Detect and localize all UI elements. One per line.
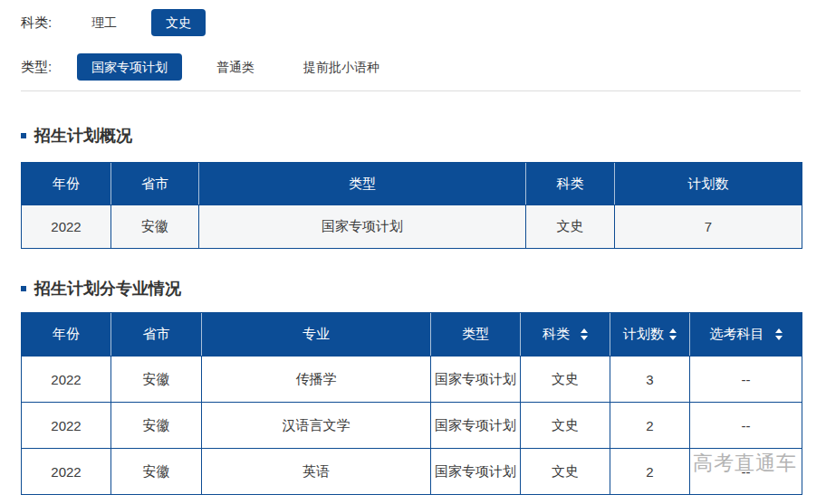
type-option-regular[interactable]: 普通类	[202, 53, 269, 81]
sort-icon	[775, 328, 783, 340]
cell-exam-subjects: --	[689, 448, 802, 494]
type-filter-options: 国家专项计划 普通类 提前批小语种	[77, 53, 394, 81]
cell-year: 2022	[22, 402, 110, 448]
cell-subject: 文史	[520, 356, 610, 402]
overview-header-plan-count: 计划数	[614, 163, 802, 204]
subject-option-liberal-arts[interactable]: 文史	[151, 9, 206, 36]
filter-row-subject: 科类: 理工 文史	[21, 8, 801, 37]
majors-header-province: 省市	[110, 313, 201, 356]
majors-header-row: 年份 省市 专业 类型 科类 计划数	[22, 313, 802, 356]
subject-option-science[interactable]: 理工	[77, 9, 131, 36]
overview-section-title: 招生计划概况	[21, 125, 801, 147]
majors-title-text: 招生计划分专业情况	[34, 278, 181, 300]
square-bullet-icon	[21, 133, 26, 138]
filter-row-type: 类型: 国家专项计划 普通类 提前批小语种	[21, 52, 801, 81]
cell-plan-count: 3	[610, 356, 689, 402]
subject-filter-label: 科类:	[21, 14, 77, 32]
majors-header-year: 年份	[22, 313, 110, 356]
cell-major: 汉语言文学	[201, 402, 430, 448]
cell-province: 安徽	[110, 448, 201, 494]
majors-header-exam-subjects-sort[interactable]: 选考科目	[689, 313, 802, 356]
cell-province: 安徽	[110, 402, 201, 448]
cell-plan-count: 2	[610, 402, 689, 448]
overview-header-type: 类型	[198, 163, 525, 204]
cell-exam-subjects: --	[689, 356, 802, 402]
cell-exam-subjects: --	[689, 402, 802, 448]
overview-cell-type: 国家专项计划	[198, 204, 525, 248]
overview-cell-year: 2022	[22, 204, 110, 248]
cell-plan-count: 2	[610, 448, 689, 494]
overview-cell-subject: 文史	[525, 204, 614, 248]
overview-title-text: 招生计划概况	[34, 125, 132, 147]
filter-divider	[21, 90, 801, 91]
majors-header-major: 专业	[201, 313, 430, 356]
sort-icon	[669, 328, 677, 340]
square-bullet-icon	[21, 286, 26, 291]
majors-header-plan-count-label: 计划数	[623, 326, 664, 343]
majors-header-subject-sort[interactable]: 科类	[520, 313, 610, 356]
majors-header-subject-label: 科类	[543, 326, 570, 343]
majors-header-exam-subjects-label: 选考科目	[710, 326, 764, 343]
type-filter-label: 类型:	[21, 59, 77, 76]
table-row: 2022 安徽 汉语言文学 国家专项计划 文史 2 --	[22, 402, 802, 448]
majors-header-plan-count-sort[interactable]: 计划数	[610, 313, 689, 356]
overview-header-year: 年份	[22, 163, 110, 204]
cell-major: 传播学	[201, 356, 430, 402]
cell-subject: 文史	[520, 402, 610, 448]
admission-plan-page: 科类: 理工 文史 类型: 国家专项计划 普通类 提前批小语种 招生计划概况 年…	[0, 0, 826, 495]
cell-subject: 文史	[520, 448, 610, 494]
overview-cell-province: 安徽	[110, 204, 198, 248]
table-row: 2022 安徽 传播学 国家专项计划 文史 3 --	[22, 356, 802, 402]
overview-header-subject: 科类	[525, 163, 614, 204]
cell-type: 国家专项计划	[430, 402, 520, 448]
table-row: 2022 安徽 国家专项计划 文史 7	[22, 204, 802, 248]
majors-header-type: 类型	[430, 313, 520, 356]
overview-header-row: 年份 省市 类型 科类 计划数	[22, 163, 802, 204]
table-row: 2022 安徽 英语 国家专项计划 文史 2 --	[22, 448, 802, 494]
majors-table: 年份 省市 专业 类型 科类 计划数	[21, 312, 802, 495]
overview-header-province: 省市	[110, 163, 198, 204]
cell-type: 国家专项计划	[430, 448, 520, 494]
cell-type: 国家专项计划	[430, 356, 520, 402]
cell-province: 安徽	[110, 356, 201, 402]
majors-section-title: 招生计划分专业情况	[21, 278, 801, 300]
subject-filter-options: 理工 文史	[77, 9, 206, 36]
overview-cell-plan-count: 7	[614, 204, 802, 248]
overview-table: 年份 省市 类型 科类 计划数 2022 安徽 国家专项计划 文史 7	[21, 162, 802, 249]
cell-year: 2022	[22, 356, 110, 402]
sort-icon	[581, 328, 588, 340]
type-option-national-special-plan[interactable]: 国家专项计划	[77, 53, 182, 81]
cell-major: 英语	[201, 448, 430, 494]
cell-year: 2022	[22, 448, 110, 494]
type-option-early-minor-language[interactable]: 提前批小语种	[289, 53, 394, 81]
